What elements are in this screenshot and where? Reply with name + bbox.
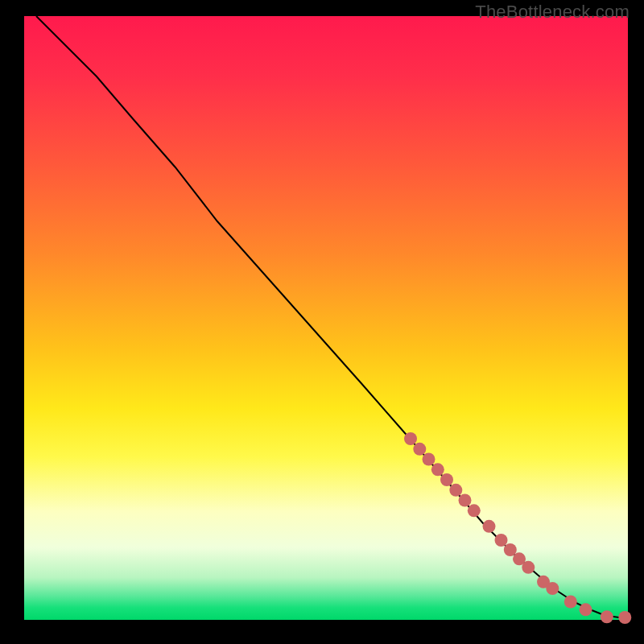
highlight-dot	[449, 484, 462, 497]
chart-frame: TheBottleneck.com	[0, 0, 644, 644]
highlight-dot	[546, 582, 559, 595]
highlight-dot	[431, 463, 444, 476]
highlight-dot	[580, 603, 592, 616]
highlight-dot	[468, 504, 481, 517]
highlight-dots	[404, 432, 631, 624]
plot-area	[24, 16, 628, 620]
highlight-dot	[483, 520, 496, 533]
chart-svg	[24, 16, 628, 620]
highlight-dot	[423, 453, 436, 466]
highlight-dot	[522, 561, 535, 574]
highlight-dot	[459, 494, 472, 507]
highlight-dot	[440, 473, 453, 486]
curve-path	[36, 16, 628, 617]
highlight-dot	[564, 596, 577, 609]
highlight-dot	[601, 610, 613, 623]
watermark-text: TheBottleneck.com	[475, 2, 630, 23]
highlight-dot	[495, 534, 508, 547]
highlight-dot	[404, 432, 417, 445]
highlight-dot	[618, 611, 631, 624]
highlight-dot	[413, 443, 426, 456]
